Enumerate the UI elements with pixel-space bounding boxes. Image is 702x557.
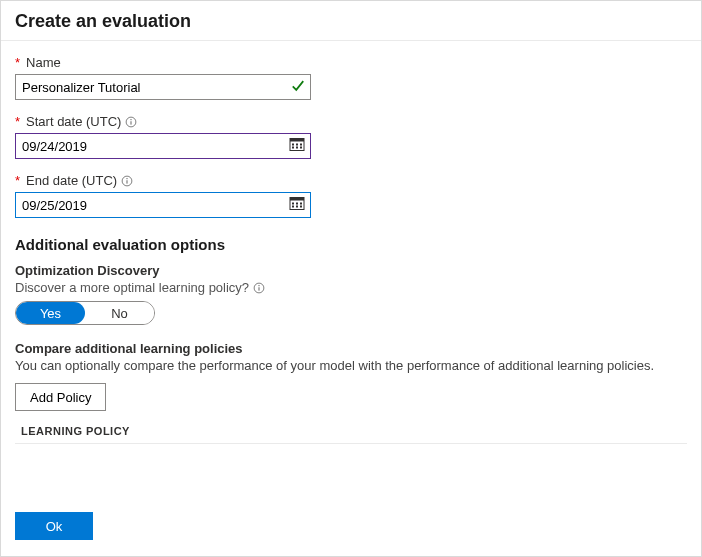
panel-header: Create an evaluation xyxy=(1,1,701,41)
create-evaluation-panel: Create an evaluation * Name * Start d xyxy=(0,0,702,557)
add-policy-button[interactable]: Add Policy xyxy=(15,383,106,411)
start-date-label-row: * Start date (UTC) xyxy=(15,114,687,129)
policy-table-divider xyxy=(15,443,687,444)
end-date-input-wrap xyxy=(15,192,311,218)
field-end-date: * End date (UTC) xyxy=(15,173,687,218)
field-name: * Name xyxy=(15,55,687,100)
svg-rect-1 xyxy=(131,121,132,124)
toggle-yes[interactable]: Yes xyxy=(16,302,85,324)
start-date-input-wrap xyxy=(15,133,311,159)
info-icon[interactable] xyxy=(253,282,265,294)
optimization-toggle[interactable]: Yes No xyxy=(15,301,155,325)
compare-policies-block: Compare additional learning policies You… xyxy=(15,341,687,444)
footer: Ok xyxy=(15,512,93,540)
optimization-desc-row: Discover a more optimal learning policy? xyxy=(15,280,687,295)
start-date-label: Start date (UTC) xyxy=(26,114,121,129)
toggle-no[interactable]: No xyxy=(85,302,154,324)
required-marker: * xyxy=(15,55,20,70)
info-icon[interactable] xyxy=(125,116,137,128)
optimization-discovery-block: Optimization Discovery Discover a more o… xyxy=(15,263,687,325)
end-date-input[interactable] xyxy=(15,192,311,218)
svg-rect-13 xyxy=(127,178,128,179)
name-input[interactable] xyxy=(15,74,311,100)
optimization-title: Optimization Discovery xyxy=(15,263,687,278)
end-date-label: End date (UTC) xyxy=(26,173,117,188)
page-title: Create an evaluation xyxy=(15,11,687,32)
name-input-wrap xyxy=(15,74,311,100)
svg-rect-12 xyxy=(127,180,128,183)
name-label-row: * Name xyxy=(15,55,687,70)
additional-options-heading: Additional evaluation options xyxy=(15,236,687,253)
compare-title: Compare additional learning policies xyxy=(15,341,687,356)
required-marker: * xyxy=(15,173,20,188)
name-label: Name xyxy=(26,55,61,70)
field-start-date: * Start date (UTC) xyxy=(15,114,687,159)
svg-rect-2 xyxy=(131,119,132,120)
compare-desc: You can optionally compare the performan… xyxy=(15,358,687,373)
svg-rect-24 xyxy=(259,285,260,286)
info-icon[interactable] xyxy=(121,175,133,187)
start-date-input[interactable] xyxy=(15,133,311,159)
svg-rect-23 xyxy=(259,287,260,290)
ok-button[interactable]: Ok xyxy=(15,512,93,540)
end-date-label-row: * End date (UTC) xyxy=(15,173,687,188)
panel-body: * Name * Start date (UTC) xyxy=(1,41,701,444)
optimization-desc: Discover a more optimal learning policy? xyxy=(15,280,249,295)
required-marker: * xyxy=(15,114,20,129)
learning-policy-column-header: LEARNING POLICY xyxy=(21,425,687,437)
